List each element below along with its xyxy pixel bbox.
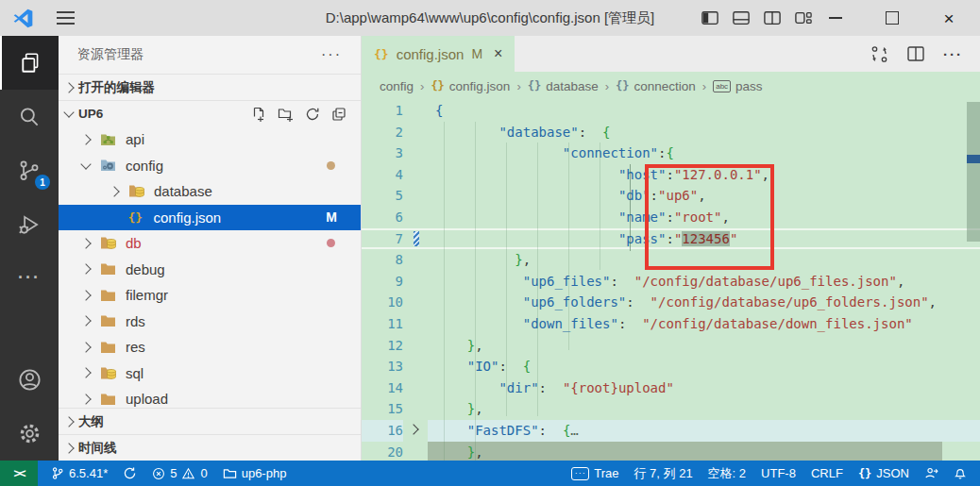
tree-item-sql[interactable]: sql <box>59 360 361 387</box>
activity-explorer-icon[interactable] <box>0 36 59 90</box>
feedback-status[interactable] <box>917 461 946 486</box>
code-line-text: "up6_files": "/config/database/up6_files… <box>428 271 980 293</box>
folder-db-icon <box>128 184 146 198</box>
breadcrumb-item-connection[interactable]: {}connection <box>616 79 696 93</box>
code-line-8[interactable]: 8 }, <box>362 249 980 271</box>
code-line-11[interactable]: 11 "down_files": "/config/database/down_… <box>362 313 980 335</box>
minimize-icon[interactable] <box>827 9 844 26</box>
vscode-logo-icon <box>12 8 34 29</box>
remote-indicator[interactable]: >< <box>0 461 38 486</box>
code-line-5[interactable]: 5 "db":"up6", <box>362 185 980 207</box>
code-line-6[interactable]: 6 "name":"root", <box>362 207 980 228</box>
chevron-right-icon <box>80 394 91 404</box>
line-number: 4 <box>362 164 403 186</box>
code-line-1[interactable]: 1{ <box>362 100 980 122</box>
section-outline[interactable]: 大纲 <box>59 408 361 434</box>
customize-layout-icon[interactable] <box>795 9 812 26</box>
breadcrumbs: config›{}config.json›{}database›{}connec… <box>362 72 980 100</box>
code-area[interactable]: 1{2 "database": {3 "connection":{4 "host… <box>362 100 980 461</box>
code-line-text: "dir": "{root}upload" <box>428 377 980 399</box>
trae-assistant[interactable]: ··· Trae <box>564 461 626 486</box>
open-changes-icon[interactable] <box>870 45 888 63</box>
title-bar: D:\app\wamp64\www\up6\config\config.json… <box>0 0 980 36</box>
tree-item-config[interactable]: config <box>59 153 361 179</box>
problems-status[interactable]: 5 0 <box>144 461 214 486</box>
breadcrumb-item-database[interactable]: {}database <box>528 79 599 93</box>
error-dot <box>327 239 335 247</box>
section-open-editors[interactable]: 打开的编辑器 <box>59 74 361 100</box>
folder-icon <box>100 289 118 302</box>
tree-item-api[interactable]: api <box>59 126 361 153</box>
object-symbol-icon: {} <box>616 79 629 92</box>
code-line-14[interactable]: 14 "dir": "{root}upload" <box>362 377 980 399</box>
code-line-7[interactable]: 7 "pass":"123456" <box>362 228 980 250</box>
editor-group: {} config.json M × ··· config›{}config.j… <box>362 36 980 461</box>
code-line-4[interactable]: 4 "host":"127.0.0.1", <box>362 164 980 186</box>
breadcrumb-label: config.json <box>449 79 511 93</box>
toggle-panel-icon[interactable] <box>733 9 750 26</box>
breadcrumb-item-config.json[interactable]: {}config.json <box>431 79 510 93</box>
editor-scrollbar[interactable] <box>967 102 980 242</box>
notifications-status[interactable] <box>946 461 974 486</box>
activity-more-icon[interactable]: ··· <box>0 251 59 305</box>
eol-status[interactable]: CRLF <box>803 461 851 486</box>
editor-more-actions-icon[interactable]: ··· <box>943 46 963 62</box>
code-line-16[interactable]: 16 "FastDFS": {… <box>362 420 980 442</box>
toggle-sidebar-icon[interactable] <box>701 9 718 26</box>
activity-search-icon[interactable] <box>0 90 59 143</box>
cursor-position[interactable]: 行 7, 列 21 <box>626 461 700 486</box>
hamburger-menu-icon[interactable] <box>57 11 75 25</box>
split-editor-right-icon[interactable] <box>907 46 924 61</box>
tree-item-res[interactable]: res <box>59 334 361 360</box>
tree-item-database[interactable]: database <box>59 178 361 205</box>
code-line-12[interactable]: 12 }, <box>362 335 980 357</box>
encoding-status[interactable]: UTF-8 <box>753 461 803 486</box>
code-line-3[interactable]: 3 "connection":{ <box>362 142 980 164</box>
code-line-13[interactable]: 13 "IO": { <box>362 356 980 377</box>
code-line-15[interactable]: 15 }, <box>362 398 980 420</box>
object-symbol-icon: {} <box>431 79 444 92</box>
tree-item-db[interactable]: db <box>59 230 361 257</box>
code-line-10[interactable]: 10 "up6_folders": "/config/database/up6_… <box>362 292 980 313</box>
folder-api-icon <box>100 133 118 146</box>
new-file-icon[interactable] <box>251 107 266 122</box>
close-icon[interactable]: × <box>940 9 957 26</box>
breadcrumb-item-config[interactable]: config <box>380 79 414 93</box>
explorer-more-actions-icon[interactable]: ··· <box>321 46 342 63</box>
activity-run-debug-icon[interactable] <box>0 197 59 251</box>
language-mode[interactable]: {} JSON <box>851 461 917 486</box>
tree-item-debug[interactable]: debug <box>59 257 361 283</box>
code-line-9[interactable]: 9 "up6_files": "/config/database/up6_fil… <box>362 271 980 293</box>
refresh-icon[interactable] <box>305 107 320 122</box>
tree-item-rds[interactable]: rds <box>59 309 361 335</box>
section-project[interactable]: UP6 <box>59 100 361 126</box>
code-line-2[interactable]: 2 "database": { <box>362 122 980 143</box>
code-line-20[interactable]: 20 }, <box>362 442 980 461</box>
activity-settings-icon[interactable] <box>0 407 59 461</box>
workspace-status[interactable]: up6-php <box>215 461 295 486</box>
tree-item-label: res <box>126 339 145 355</box>
open-editors-label: 打开的编辑器 <box>78 79 155 96</box>
tree-item-filemgr[interactable]: filemgr <box>59 282 361 309</box>
activity-source-control-icon[interactable]: 1 <box>0 143 59 197</box>
timeline-label: 时间线 <box>78 440 117 457</box>
git-branch-status[interactable]: 6.5.41* <box>38 461 115 486</box>
tab-config-json[interactable]: {} config.json M × <box>362 36 515 72</box>
sync-status[interactable] <box>115 461 144 486</box>
tree-item-upload[interactable]: upload <box>59 386 361 408</box>
tree-item-label: database <box>154 183 212 199</box>
collapse-folders-icon[interactable] <box>331 107 346 122</box>
activity-account-icon[interactable] <box>0 353 59 407</box>
tab-close-icon[interactable]: × <box>494 45 502 62</box>
maximize-icon[interactable] <box>884 9 901 26</box>
breadcrumb-item-pass[interactable]: abcpass <box>713 79 762 93</box>
new-folder-icon[interactable] <box>278 107 294 122</box>
section-timeline[interactable]: 时间线 <box>59 434 361 461</box>
folder-icon <box>100 262 118 276</box>
tree-item-config.json[interactable]: {}config.jsonM <box>59 205 361 231</box>
indentation-status[interactable]: 空格: 2 <box>701 461 753 486</box>
line-number: 3 <box>362 142 403 164</box>
split-editor-icon[interactable] <box>764 9 781 26</box>
line-number: 12 <box>362 335 403 357</box>
fold-chevron-icon[interactable] <box>408 425 418 435</box>
